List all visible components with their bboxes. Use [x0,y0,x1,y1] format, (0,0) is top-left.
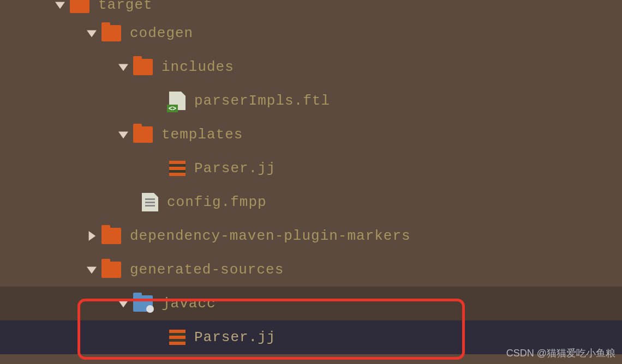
tree-item-parser-impls[interactable]: parserImpls.ftl [0,84,622,118]
tree-label: Parser.jj [194,160,276,177]
svg-marker-2 [118,64,128,71]
folder-icon [101,228,121,244]
tree-label: codegen [130,25,193,41]
svg-marker-0 [55,2,65,9]
watermark: CSDN @猫猫爱吃小鱼粮 [506,347,615,360]
fmpp-file-icon [142,193,158,211]
folder-icon [101,262,121,278]
tree-item-templates[interactable]: templates [0,118,622,151]
jj-file-icon [169,161,186,176]
expand-arrow-icon[interactable] [55,0,65,10]
tree-label: generated-sources [130,262,284,278]
svg-marker-5 [87,267,97,274]
tree-label: parserImpls.ftl [194,93,330,109]
folder-icon [70,0,89,13]
tree-item-generated-sources[interactable]: generated-sources [0,253,622,287]
folder-icon [133,59,153,75]
expand-arrow-icon[interactable] [118,129,129,140]
folder-icon [133,126,153,143]
tree-item-target[interactable]: target [0,0,622,16]
file-tree: target codegen includes parserImpls.ftl … [0,0,622,354]
tree-label: config.fmpp [167,194,267,210]
tree-label: includes [162,59,234,75]
folder-icon [101,25,121,41]
tree-label: dependency-maven-plugin-markers [130,228,411,244]
tree-item-includes[interactable]: includes [0,50,622,84]
svg-marker-6 [118,301,128,308]
svg-marker-3 [118,132,128,139]
tree-item-dependency-markers[interactable]: dependency-maven-plugin-markers [0,219,622,253]
tree-label: templates [162,126,243,143]
tree-item-codegen[interactable]: codegen [0,16,622,50]
expand-arrow-icon[interactable] [86,28,97,39]
svg-marker-1 [87,31,97,38]
ftl-file-icon [169,92,186,110]
tree-item-config-fmpp[interactable]: config.fmpp [0,185,622,219]
special-folder-icon [133,295,153,312]
collapse-arrow-icon[interactable] [86,230,97,241]
jj-file-icon [169,330,186,345]
expand-arrow-icon[interactable] [118,298,129,309]
expand-arrow-icon[interactable] [86,264,97,275]
tree-label: target [98,0,153,13]
tree-item-parser-jj-1[interactable]: Parser.jj [0,151,622,185]
svg-marker-4 [89,231,96,241]
tree-label: javacc [162,295,216,312]
tree-label: Parser.jj [194,329,276,345]
tree-item-javacc[interactable]: javacc [0,287,622,320]
expand-arrow-icon[interactable] [118,62,129,72]
